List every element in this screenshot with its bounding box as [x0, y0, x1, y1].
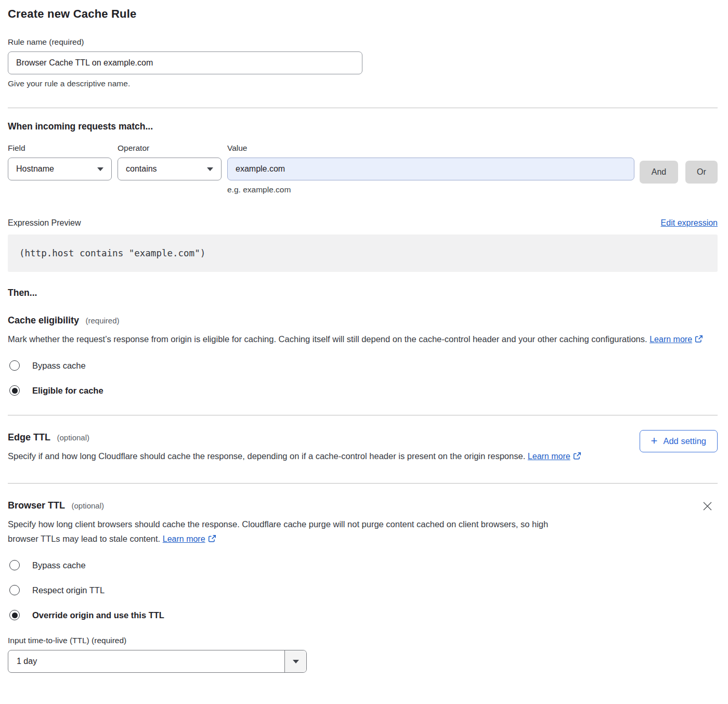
section-divider	[8, 108, 718, 108]
browser-ttl-header: Browser TTL (optional) Specify how long …	[8, 484, 718, 546]
radio-checked-icon[interactable]	[9, 610, 20, 620]
cache-eligibility-section: Cache eligibility (required) Mark whethe…	[8, 315, 718, 396]
match-heading: When incoming requests match...	[8, 121, 718, 132]
expression-code: (http.host contains "example.com")	[19, 248, 205, 258]
cache-eligibility-qualifier: (required)	[86, 316, 120, 325]
add-setting-label: Add setting	[663, 436, 706, 446]
browser-ttl-text-block: Browser TTL (optional) Specify how long …	[8, 484, 580, 546]
radio-option-respect-origin-ttl[interactable]: Respect origin TTL	[8, 585, 718, 595]
ttl-select-value: 1 day	[8, 650, 284, 672]
then-heading: Then...	[8, 288, 718, 298]
edge-ttl-description: Specify if and how long Cloudflare shoul…	[8, 449, 581, 464]
value-help: e.g. example.com	[227, 185, 634, 194]
radio-label: Override origin and use this TTL	[32, 610, 164, 620]
value-label: Value	[227, 144, 634, 153]
radio-label: Bypass cache	[32, 560, 86, 570]
ttl-select-caret-button[interactable]	[284, 650, 306, 672]
ttl-input-group: Input time-to-live (TTL) (required) 1 da…	[8, 636, 718, 673]
cache-eligibility-title: Cache eligibility	[8, 315, 79, 325]
or-button[interactable]: Or	[685, 161, 718, 184]
ttl-select[interactable]: 1 day	[8, 650, 307, 673]
radio-icon[interactable]	[9, 360, 20, 371]
edge-ttl-title: Edge TTL	[8, 432, 50, 442]
edge-ttl-description-text: Specify if and how long Cloudflare shoul…	[8, 451, 525, 461]
match-condition-row: Field Hostname Operator contains Value e…	[8, 144, 718, 194]
create-cache-rule-form: Create new Cache Rule Rule name (require…	[0, 0, 728, 682]
cache-eligibility-description-text: Mark whether the request’s response from…	[8, 334, 647, 344]
add-setting-button[interactable]: + Add setting	[640, 430, 718, 452]
radio-option-bypass-cache[interactable]: Bypass cache	[8, 560, 718, 570]
field-select[interactable]: Hostname	[8, 158, 112, 180]
cache-eligibility-title-row: Cache eligibility (required)	[8, 315, 718, 326]
field-label: Field	[8, 144, 112, 153]
radio-option-eligible-for-cache[interactable]: Eligible for cache	[8, 385, 718, 396]
browser-ttl-qualifier: (optional)	[71, 501, 104, 510]
browser-ttl-learn-more-link[interactable]: Learn more	[163, 534, 205, 543]
operator-select-value: contains	[126, 164, 157, 174]
remove-setting-button[interactable]	[700, 499, 714, 515]
field-select-value: Hostname	[16, 164, 54, 174]
chevron-down-icon	[207, 167, 213, 171]
external-link-icon	[695, 335, 703, 343]
chevron-down-icon	[97, 167, 103, 171]
edit-expression-link[interactable]: Edit expression	[661, 218, 718, 228]
external-link-icon	[573, 452, 581, 460]
edge-ttl-qualifier: (optional)	[57, 433, 89, 442]
radio-option-bypass-cache[interactable]: Bypass cache	[8, 360, 718, 371]
close-icon	[703, 501, 712, 511]
external-link-icon	[208, 534, 216, 543]
radio-label: Bypass cache	[32, 361, 86, 371]
browser-ttl-section: Browser TTL (optional) Specify how long …	[8, 484, 718, 673]
ttl-label: Input time-to-live (TTL) (required)	[8, 636, 718, 645]
radio-icon[interactable]	[9, 560, 20, 570]
field-column: Field Hostname	[8, 144, 112, 180]
radio-checked-icon[interactable]	[9, 385, 20, 396]
expression-preview-label: Expression Preview	[8, 218, 81, 228]
edge-ttl-learn-more-link[interactable]: Learn more	[528, 452, 570, 461]
chevron-down-icon	[293, 660, 299, 663]
radio-option-override-origin-ttl[interactable]: Override origin and use this TTL	[8, 610, 718, 620]
edge-ttl-text-block: Edge TTL (optional) Specify if and how l…	[8, 415, 581, 464]
value-input[interactable]	[227, 158, 634, 180]
browser-ttl-options: Bypass cache Respect origin TTL Override…	[8, 560, 718, 620]
radio-icon[interactable]	[9, 585, 20, 595]
expression-code-box: (http.host contains "example.com")	[8, 234, 718, 272]
radio-label: Respect origin TTL	[32, 585, 105, 595]
edge-ttl-header: Edge TTL (optional) Specify if and how l…	[8, 415, 718, 464]
value-column: Value e.g. example.com	[227, 144, 634, 194]
plus-icon: +	[651, 435, 658, 447]
browser-ttl-title: Browser TTL	[8, 500, 65, 511]
page-title: Create new Cache Rule	[8, 7, 718, 21]
browser-ttl-description-text: Specify how long client browsers should …	[8, 519, 548, 543]
expression-preview-row: Expression Preview Edit expression	[8, 218, 718, 228]
operator-column: Operator contains	[118, 144, 222, 180]
rule-name-input[interactable]	[8, 51, 362, 74]
and-button[interactable]: And	[640, 161, 678, 184]
edge-ttl-section: Edge TTL (optional) Specify if and how l…	[8, 415, 718, 464]
cache-eligibility-learn-more-link[interactable]: Learn more	[649, 335, 692, 344]
operator-label: Operator	[118, 144, 222, 153]
cache-eligibility-options: Bypass cache Eligible for cache	[8, 360, 718, 396]
operator-select[interactable]: contains	[118, 158, 222, 180]
rule-name-group: Rule name (required) Give your rule a de…	[8, 37, 718, 88]
browser-ttl-title-row: Browser TTL (optional)	[8, 500, 580, 511]
radio-label: Eligible for cache	[32, 386, 103, 396]
cache-eligibility-description: Mark whether the request’s response from…	[8, 332, 710, 347]
edge-ttl-title-row: Edge TTL (optional)	[8, 432, 581, 443]
rule-name-help: Give your rule a descriptive name.	[8, 79, 718, 88]
rule-name-label: Rule name (required)	[8, 37, 718, 47]
browser-ttl-description: Specify how long client browsers should …	[8, 517, 580, 546]
